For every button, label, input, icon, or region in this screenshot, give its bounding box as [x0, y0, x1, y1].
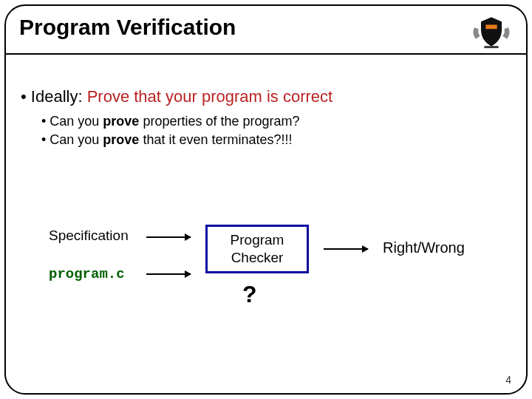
checker-label: Program Checker	[208, 231, 307, 267]
svg-rect-0	[484, 46, 498, 48]
sub2-a: • Can you	[41, 132, 103, 147]
bullet-sub-1: • Can you prove properties of the progra…	[41, 114, 511, 129]
program-c-label: program.c	[49, 266, 125, 282]
content-area: • Ideally: Prove that your program is co…	[21, 87, 511, 151]
bullet-main: • Ideally: Prove that your program is co…	[21, 87, 511, 106]
slide-title: Program Verification	[19, 15, 236, 40]
diagram: Specification program.c Program Checker …	[35, 213, 497, 316]
bullet-main-emphasis: Prove that your program is correct	[87, 87, 333, 106]
slide-frame: Program Verification • Ideally: Prove th…	[4, 4, 528, 395]
university-crest-icon	[470, 15, 513, 50]
arrow-program-to-checker	[146, 273, 191, 275]
program-checker-box: Program Checker	[205, 225, 309, 273]
arrow-checker-to-output	[324, 248, 368, 250]
arrow-spec-to-checker	[146, 236, 191, 238]
title-bar: Program Verification	[6, 6, 526, 55]
page-number: 4	[505, 374, 511, 386]
sub1-a: • Can you	[41, 114, 103, 129]
sub1-c: properties of the program?	[139, 114, 299, 129]
sub2-c: that it even terminates?!!!	[139, 132, 292, 147]
bullet-main-prefix: • Ideally:	[21, 87, 87, 106]
specification-label: Specification	[49, 228, 129, 244]
bullet-sub-2: • Can you prove that it even terminates?…	[41, 132, 511, 148]
sub2-prove: prove	[103, 132, 139, 147]
output-label: Right/Wrong	[383, 239, 465, 256]
sub1-prove: prove	[103, 114, 139, 129]
question-mark: ?	[242, 281, 257, 308]
